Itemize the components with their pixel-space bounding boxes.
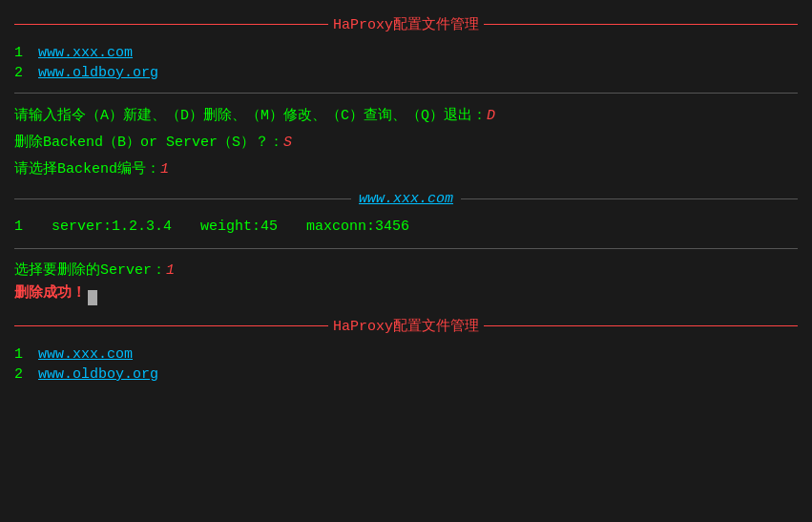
server-divider-left xyxy=(14,198,351,199)
section2-items: 1 www.xxx.com 2 www.oldboy.org xyxy=(14,341,798,388)
item-link-2[interactable]: www.oldboy.org xyxy=(38,65,158,81)
item-number-2: 2 xyxy=(14,65,33,81)
item-number-1: 1 xyxy=(14,45,33,61)
item-number-3: 1 xyxy=(14,346,33,363)
server-entries: 1 server:1.2.3.4 weight:45 maxconn:3456 xyxy=(14,211,798,242)
list-item: 1 www.xxx.com xyxy=(14,345,798,365)
item-link-1[interactable]: www.xxx.com xyxy=(38,45,133,61)
divider-1 xyxy=(14,93,798,94)
top-title: HaProxy配置文件管理 xyxy=(328,15,484,33)
delete-choice-line: 删除Backend（B）or Server（S）？：S xyxy=(14,130,798,157)
bottom-divider-right xyxy=(484,325,798,326)
server-maxconn: maxconn:3456 xyxy=(306,219,409,235)
select-backend-value: 1 xyxy=(160,161,169,177)
delete-section: 选择要删除的Server：1 删除成功！ xyxy=(14,255,798,311)
cursor xyxy=(88,290,97,305)
server-list-header: www.xxx.com xyxy=(14,191,798,207)
delete-success-line: 删除成功！ xyxy=(14,281,798,307)
delete-choice-text: 删除Backend（B）or Server（S）？： xyxy=(14,135,283,151)
top-title-divider: HaProxy配置文件管理 xyxy=(14,15,798,33)
command-section: 请输入指令（A）新建、（D）删除、（M）修改、（C）查询、（Q）退出：D 删除B… xyxy=(14,99,798,187)
server-number: 1 xyxy=(14,219,23,235)
instruction-value: D xyxy=(487,108,495,124)
divider-right xyxy=(484,24,798,25)
select-server-text: 选择要删除的Server： xyxy=(14,262,166,279)
list-item: 2 www.oldboy.org xyxy=(14,63,798,83)
terminal: HaProxy配置文件管理 1 www.xxx.com 2 www.oldboy… xyxy=(14,15,798,518)
delete-choice-value: S xyxy=(283,135,292,151)
bottom-title-divider: HaProxy配置文件管理 xyxy=(14,317,798,335)
bottom-divider-left xyxy=(14,325,328,326)
item-link-4[interactable]: www.oldboy.org xyxy=(38,366,158,383)
list-item: 1 www.xxx.com xyxy=(14,43,798,63)
server-weight: weight:45 xyxy=(200,219,278,235)
select-server-line: 选择要删除的Server：1 xyxy=(14,259,798,281)
delete-success-text: 删除成功！ xyxy=(14,283,86,303)
select-backend-line: 请选择Backend编号：1 xyxy=(14,157,798,183)
item-number-4: 2 xyxy=(14,366,33,383)
divider-2 xyxy=(14,248,798,249)
instruction-line: 请输入指令（A）新建、（D）删除、（M）修改、（C）查询、（Q）退出：D xyxy=(14,103,798,130)
instruction-text: 请输入指令（A）新建、（D）删除、（M）修改、（C）查询、（Q）退出： xyxy=(14,108,487,124)
select-server-value: 1 xyxy=(166,262,175,279)
server-divider-right xyxy=(461,198,798,199)
server-name: server:1.2.3.4 xyxy=(52,219,172,235)
list-item: 2 www.oldboy.org xyxy=(14,365,798,385)
divider-left xyxy=(14,24,328,25)
table-row: 1 server:1.2.3.4 weight:45 maxconn:3456 xyxy=(14,215,798,239)
section1-items: 1 www.xxx.com 2 www.oldboy.org xyxy=(14,39,798,87)
select-backend-text: 请选择Backend编号： xyxy=(14,161,160,177)
bottom-title: HaProxy配置文件管理 xyxy=(328,317,484,335)
server-list-title: www.xxx.com xyxy=(351,191,461,207)
item-link-3[interactable]: www.xxx.com xyxy=(38,346,133,363)
